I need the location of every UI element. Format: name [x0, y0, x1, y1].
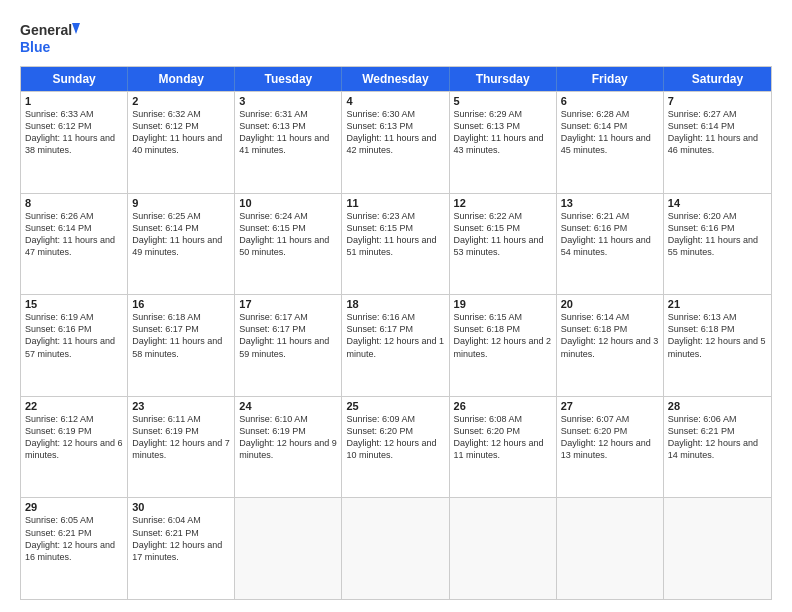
calendar-cell-25: 25 Sunrise: 6:09 AMSunset: 6:20 PMDaylig… — [342, 397, 449, 498]
calendar-cell-1: 1 Sunrise: 6:33 AMSunset: 6:12 PMDayligh… — [21, 92, 128, 193]
day-number: 18 — [346, 298, 444, 310]
header-day-sunday: Sunday — [21, 67, 128, 91]
day-number: 24 — [239, 400, 337, 412]
calendar-cell-23: 23 Sunrise: 6:11 AMSunset: 6:19 PMDaylig… — [128, 397, 235, 498]
day-number: 23 — [132, 400, 230, 412]
calendar-cell-13: 13 Sunrise: 6:21 AMSunset: 6:16 PMDaylig… — [557, 194, 664, 295]
calendar-cell-empty — [450, 498, 557, 599]
calendar-cell-15: 15 Sunrise: 6:19 AMSunset: 6:16 PMDaylig… — [21, 295, 128, 396]
cell-info: Sunrise: 6:25 AMSunset: 6:14 PMDaylight:… — [132, 210, 230, 259]
calendar-cell-12: 12 Sunrise: 6:22 AMSunset: 6:15 PMDaylig… — [450, 194, 557, 295]
cell-info: Sunrise: 6:06 AMSunset: 6:21 PMDaylight:… — [668, 413, 767, 462]
day-number: 11 — [346, 197, 444, 209]
calendar-cell-29: 29 Sunrise: 6:05 AMSunset: 6:21 PMDaylig… — [21, 498, 128, 599]
cell-info: Sunrise: 6:24 AMSunset: 6:15 PMDaylight:… — [239, 210, 337, 259]
day-number: 26 — [454, 400, 552, 412]
header-day-friday: Friday — [557, 67, 664, 91]
calendar-cell-24: 24 Sunrise: 6:10 AMSunset: 6:19 PMDaylig… — [235, 397, 342, 498]
day-number: 27 — [561, 400, 659, 412]
day-number: 9 — [132, 197, 230, 209]
cell-info: Sunrise: 6:08 AMSunset: 6:20 PMDaylight:… — [454, 413, 552, 462]
day-number: 1 — [25, 95, 123, 107]
cell-info: Sunrise: 6:10 AMSunset: 6:19 PMDaylight:… — [239, 413, 337, 462]
cell-info: Sunrise: 6:33 AMSunset: 6:12 PMDaylight:… — [25, 108, 123, 157]
calendar-cell-5: 5 Sunrise: 6:29 AMSunset: 6:13 PMDayligh… — [450, 92, 557, 193]
day-number: 28 — [668, 400, 767, 412]
day-number: 3 — [239, 95, 337, 107]
calendar-cell-3: 3 Sunrise: 6:31 AMSunset: 6:13 PMDayligh… — [235, 92, 342, 193]
day-number: 16 — [132, 298, 230, 310]
day-number: 22 — [25, 400, 123, 412]
calendar-cell-empty — [235, 498, 342, 599]
day-number: 21 — [668, 298, 767, 310]
cell-info: Sunrise: 6:21 AMSunset: 6:16 PMDaylight:… — [561, 210, 659, 259]
cell-info: Sunrise: 6:27 AMSunset: 6:14 PMDaylight:… — [668, 108, 767, 157]
calendar-cell-empty — [557, 498, 664, 599]
cell-info: Sunrise: 6:14 AMSunset: 6:18 PMDaylight:… — [561, 311, 659, 360]
cell-info: Sunrise: 6:28 AMSunset: 6:14 PMDaylight:… — [561, 108, 659, 157]
cell-info: Sunrise: 6:17 AMSunset: 6:17 PMDaylight:… — [239, 311, 337, 360]
day-number: 4 — [346, 95, 444, 107]
cell-info: Sunrise: 6:20 AMSunset: 6:16 PMDaylight:… — [668, 210, 767, 259]
cell-info: Sunrise: 6:16 AMSunset: 6:17 PMDaylight:… — [346, 311, 444, 360]
calendar-cell-18: 18 Sunrise: 6:16 AMSunset: 6:17 PMDaylig… — [342, 295, 449, 396]
cell-info: Sunrise: 6:15 AMSunset: 6:18 PMDaylight:… — [454, 311, 552, 360]
calendar-cell-14: 14 Sunrise: 6:20 AMSunset: 6:16 PMDaylig… — [664, 194, 771, 295]
header-day-tuesday: Tuesday — [235, 67, 342, 91]
cell-info: Sunrise: 6:04 AMSunset: 6:21 PMDaylight:… — [132, 514, 230, 563]
cell-info: Sunrise: 6:19 AMSunset: 6:16 PMDaylight:… — [25, 311, 123, 360]
calendar-cell-21: 21 Sunrise: 6:13 AMSunset: 6:18 PMDaylig… — [664, 295, 771, 396]
logo: General Blue — [20, 18, 80, 58]
cell-info: Sunrise: 6:23 AMSunset: 6:15 PMDaylight:… — [346, 210, 444, 259]
cell-info: Sunrise: 6:18 AMSunset: 6:17 PMDaylight:… — [132, 311, 230, 360]
svg-marker-2 — [72, 23, 80, 34]
cell-info: Sunrise: 6:09 AMSunset: 6:20 PMDaylight:… — [346, 413, 444, 462]
cell-info: Sunrise: 6:30 AMSunset: 6:13 PMDaylight:… — [346, 108, 444, 157]
calendar-cell-16: 16 Sunrise: 6:18 AMSunset: 6:17 PMDaylig… — [128, 295, 235, 396]
calendar-cell-empty — [664, 498, 771, 599]
calendar-cell-10: 10 Sunrise: 6:24 AMSunset: 6:15 PMDaylig… — [235, 194, 342, 295]
day-number: 8 — [25, 197, 123, 209]
calendar-cell-26: 26 Sunrise: 6:08 AMSunset: 6:20 PMDaylig… — [450, 397, 557, 498]
cell-info: Sunrise: 6:11 AMSunset: 6:19 PMDaylight:… — [132, 413, 230, 462]
day-number: 2 — [132, 95, 230, 107]
calendar-cell-empty — [342, 498, 449, 599]
cell-info: Sunrise: 6:31 AMSunset: 6:13 PMDaylight:… — [239, 108, 337, 157]
cell-info: Sunrise: 6:05 AMSunset: 6:21 PMDaylight:… — [25, 514, 123, 563]
calendar-cell-20: 20 Sunrise: 6:14 AMSunset: 6:18 PMDaylig… — [557, 295, 664, 396]
calendar-week-4: 29 Sunrise: 6:05 AMSunset: 6:21 PMDaylig… — [21, 497, 771, 599]
calendar-week-2: 15 Sunrise: 6:19 AMSunset: 6:16 PMDaylig… — [21, 294, 771, 396]
calendar-body: 1 Sunrise: 6:33 AMSunset: 6:12 PMDayligh… — [21, 91, 771, 599]
day-number: 25 — [346, 400, 444, 412]
calendar-cell-28: 28 Sunrise: 6:06 AMSunset: 6:21 PMDaylig… — [664, 397, 771, 498]
cell-info: Sunrise: 6:29 AMSunset: 6:13 PMDaylight:… — [454, 108, 552, 157]
cell-info: Sunrise: 6:22 AMSunset: 6:15 PMDaylight:… — [454, 210, 552, 259]
calendar-cell-22: 22 Sunrise: 6:12 AMSunset: 6:19 PMDaylig… — [21, 397, 128, 498]
day-number: 29 — [25, 501, 123, 513]
day-number: 17 — [239, 298, 337, 310]
day-number: 6 — [561, 95, 659, 107]
calendar-cell-30: 30 Sunrise: 6:04 AMSunset: 6:21 PMDaylig… — [128, 498, 235, 599]
cell-info: Sunrise: 6:12 AMSunset: 6:19 PMDaylight:… — [25, 413, 123, 462]
calendar-week-3: 22 Sunrise: 6:12 AMSunset: 6:19 PMDaylig… — [21, 396, 771, 498]
cell-info: Sunrise: 6:32 AMSunset: 6:12 PMDaylight:… — [132, 108, 230, 157]
calendar-week-1: 8 Sunrise: 6:26 AMSunset: 6:14 PMDayligh… — [21, 193, 771, 295]
header: General Blue — [20, 18, 772, 58]
calendar-cell-19: 19 Sunrise: 6:15 AMSunset: 6:18 PMDaylig… — [450, 295, 557, 396]
calendar-cell-27: 27 Sunrise: 6:07 AMSunset: 6:20 PMDaylig… — [557, 397, 664, 498]
day-number: 20 — [561, 298, 659, 310]
cell-info: Sunrise: 6:13 AMSunset: 6:18 PMDaylight:… — [668, 311, 767, 360]
svg-text:Blue: Blue — [20, 39, 51, 55]
header-day-monday: Monday — [128, 67, 235, 91]
day-number: 15 — [25, 298, 123, 310]
calendar: SundayMondayTuesdayWednesdayThursdayFrid… — [20, 66, 772, 600]
day-number: 14 — [668, 197, 767, 209]
header-day-saturday: Saturday — [664, 67, 771, 91]
calendar-cell-9: 9 Sunrise: 6:25 AMSunset: 6:14 PMDayligh… — [128, 194, 235, 295]
page: General Blue SundayMondayTuesdayWednesda… — [0, 0, 792, 612]
calendar-cell-6: 6 Sunrise: 6:28 AMSunset: 6:14 PMDayligh… — [557, 92, 664, 193]
calendar-header: SundayMondayTuesdayWednesdayThursdayFrid… — [21, 67, 771, 91]
calendar-cell-4: 4 Sunrise: 6:30 AMSunset: 6:13 PMDayligh… — [342, 92, 449, 193]
day-number: 19 — [454, 298, 552, 310]
calendar-week-0: 1 Sunrise: 6:33 AMSunset: 6:12 PMDayligh… — [21, 91, 771, 193]
